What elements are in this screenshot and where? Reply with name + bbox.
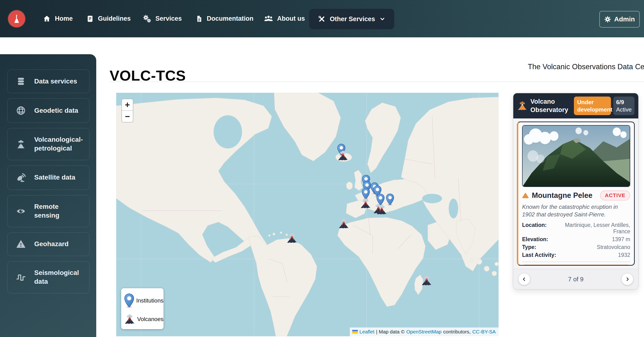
sidebar-item-label: Remote sensing xyxy=(34,202,85,220)
detail-label: Last Activity: xyxy=(522,252,556,258)
volcano-panel: Mountagne Pelee ACTIVE Known for the cat… xyxy=(517,122,635,266)
detail-label: Location: xyxy=(522,222,547,235)
legend-label: Volcanoes xyxy=(137,316,164,322)
satellite-icon xyxy=(15,173,26,183)
warning-icon xyxy=(15,240,26,249)
sidebar-item-label: Geohazard xyxy=(34,240,85,248)
volcano-photo xyxy=(522,125,630,187)
legend-institutions: Institutions xyxy=(121,293,164,308)
detail-value: Martinique, Lesser Antilles, France xyxy=(547,222,630,235)
app-logo[interactable] xyxy=(8,10,25,27)
detail-value: 1397 m xyxy=(612,236,630,243)
card-badges: Under development 6/9 Active xyxy=(574,97,634,115)
globe-icon xyxy=(15,106,26,116)
view-in-catalog-button[interactable]: View in Catalog xyxy=(522,265,630,266)
book-icon xyxy=(86,15,94,23)
next-button[interactable] xyxy=(622,273,633,285)
detail-row-elevation: Elevation: 1397 m xyxy=(522,236,630,243)
gears-icon xyxy=(143,15,152,23)
detail-row-type: Type: Stratovolcano xyxy=(522,244,630,250)
sidebar-item-seismological-data[interactable]: Seismological data xyxy=(7,261,90,293)
card-title: Volcano Observatory xyxy=(530,98,569,114)
sidebar-item-volcanological[interactable]: Volcanological-petrological xyxy=(7,128,90,160)
detail-value: Stratovolcano xyxy=(597,244,630,250)
sidebar-item-data-services[interactable]: Data services xyxy=(7,70,90,93)
tools-icon xyxy=(318,15,326,23)
map-zoom-control: + − xyxy=(122,99,133,123)
sidebar-item-label: Data services xyxy=(34,77,85,86)
under-development-badge: Under development xyxy=(574,97,611,115)
chevron-down-icon xyxy=(379,16,386,22)
volcano-name-row: Mountagne Pelee ACTIVE xyxy=(522,190,630,200)
sidebar-list: Data services Geodetic data Volcanologic… xyxy=(7,70,90,293)
zoom-out-button[interactable]: − xyxy=(122,110,133,122)
attribution-text: contributors, xyxy=(443,329,471,334)
active-ratio: 6/9 xyxy=(616,99,632,106)
nav-item-home[interactable]: Home xyxy=(43,0,73,37)
active-count-badge: 6/9 Active xyxy=(613,97,634,115)
detail-label: Elevation: xyxy=(522,236,548,243)
nav-label: Documentation xyxy=(207,15,254,22)
page-title: VOLC-TCS xyxy=(110,67,186,84)
waveform-icon xyxy=(15,273,26,282)
database-icon xyxy=(15,77,26,86)
ukraine-flag-icon xyxy=(352,330,358,334)
volcano-description: Known for the catastrophic eruption in 1… xyxy=(522,203,630,218)
top-navbar: Home Guidelines Services Documentation xyxy=(0,0,644,37)
sidebar-item-remote-sensing[interactable]: Remote sensing xyxy=(7,195,90,227)
leaflet-link[interactable]: Leaflet xyxy=(360,329,374,334)
document-icon xyxy=(196,15,203,23)
map-attribution: Leaflet | Map data © OpenStreetMap contr… xyxy=(350,327,498,336)
volcano-marker-icon xyxy=(124,314,135,324)
home-icon xyxy=(43,15,51,23)
title-divider xyxy=(110,82,644,82)
active-status-badge: ACTIVE xyxy=(600,190,630,200)
sidebar: Data services Geodetic data Volcanologic… xyxy=(0,54,96,337)
panel-divider xyxy=(522,262,630,262)
volcano-orange-icon xyxy=(517,101,528,110)
sidebar-item-label: Seismological data xyxy=(34,268,85,286)
sidebar-item-satellite-data[interactable]: Satellite data xyxy=(7,165,90,190)
card-body: Mountagne Pelee ACTIVE Known for the cat… xyxy=(513,118,638,269)
sidebar-item-label: Geodetic data xyxy=(34,106,85,115)
osm-link[interactable]: OpenStreetMap xyxy=(406,329,442,334)
card-header: Volcano Observatory Under development 6/… xyxy=(513,93,638,118)
nav-item-services[interactable]: Services xyxy=(143,0,182,37)
nav-label: Services xyxy=(156,15,182,22)
page-subtitle: The Volcanic Observations Data Center xyxy=(528,63,644,71)
volcano-observatory-card: Volcano Observatory Under development 6/… xyxy=(513,93,639,290)
nav-label: Home xyxy=(55,15,73,22)
volcano-name: Mountagne Pelee xyxy=(532,191,592,200)
world-map[interactable]: + − Institutions Volcanoes Leaflet | Map… xyxy=(116,93,498,336)
volcano-logo-icon xyxy=(11,13,22,24)
volcano-details: Location: Martinique, Lesser Antilles, F… xyxy=(522,220,630,260)
nav-item-guidelines[interactable]: Guidelines xyxy=(86,0,131,37)
nav-item-about-us[interactable]: About us xyxy=(264,0,305,37)
detail-value: 1932 xyxy=(618,252,630,258)
eye-icon xyxy=(15,206,26,216)
other-services-dropdown[interactable]: Other Services xyxy=(309,9,394,29)
attribution-text: | Map data © xyxy=(376,329,405,334)
map-canvas xyxy=(116,93,498,336)
detail-row-last-activity: Last Activity: 1932 xyxy=(522,252,630,258)
zoom-in-button[interactable]: + xyxy=(122,99,133,110)
admin-button[interactable]: Admin xyxy=(599,11,640,28)
sidebar-item-geohazard[interactable]: Geohazard xyxy=(7,232,90,256)
mountain-triangle-icon xyxy=(522,192,529,199)
nav-label: About us xyxy=(277,15,305,22)
chevron-left-icon xyxy=(522,276,527,282)
sidebar-item-geodetic-data[interactable]: Geodetic data xyxy=(7,98,90,123)
sidebar-item-label: Satellite data xyxy=(34,173,85,182)
pin-icon xyxy=(124,293,134,308)
admin-label: Admin xyxy=(614,16,635,23)
detail-label: Type: xyxy=(522,244,536,250)
gear-icon xyxy=(604,16,611,23)
nav-item-documentation[interactable]: Documentation xyxy=(196,0,254,37)
nav-label: Guidelines xyxy=(98,15,131,22)
license-link[interactable]: CC-BY-SA xyxy=(472,329,496,334)
map-legend: Institutions Volcanoes xyxy=(121,288,164,329)
prev-button[interactable] xyxy=(518,273,530,285)
legend-volcanoes: Volcanoes xyxy=(121,314,164,324)
other-services-label: Other Services xyxy=(330,16,375,23)
legend-label: Institutions xyxy=(136,297,164,304)
